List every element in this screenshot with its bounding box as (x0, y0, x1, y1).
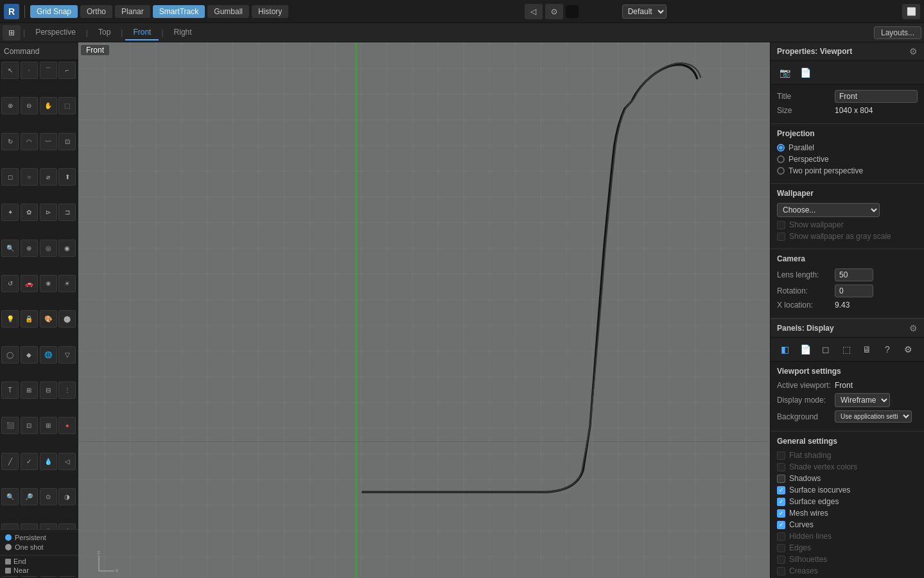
flat-shading-checkbox[interactable] (777, 451, 785, 460)
hidden-lines-checkbox[interactable] (777, 532, 785, 541)
creases-checkbox[interactable] (777, 567, 785, 575)
shadows-checkbox[interactable] (777, 475, 785, 483)
app-icon[interactable]: R (4, 4, 19, 19)
tool-box[interactable]: ◻ (1, 168, 19, 186)
panel1-gear-icon[interactable]: ⚙ (909, 46, 918, 57)
gumball-button[interactable]: Gumball (207, 5, 249, 18)
viewport-grid-icon[interactable]: ⊞ (3, 25, 21, 40)
tool-grid3[interactable]: ⊞ (40, 417, 57, 434)
maximize-icon[interactable]: ⬜ (902, 4, 920, 19)
viewport-name-select[interactable]: Default (622, 4, 667, 19)
tool-diamond[interactable]: ◆ (21, 346, 38, 363)
tool-tag[interactable]: ⊳ (40, 204, 57, 221)
tool-grid2[interactable]: ⊞ (21, 381, 38, 399)
surface-isocurves-checkbox[interactable] (777, 486, 785, 495)
display-square-icon[interactable]: ⬚ (837, 342, 855, 357)
tool-label[interactable]: ⊐ (58, 204, 76, 221)
tool-lens2[interactable]: ⊙ (40, 488, 57, 505)
tool-mesh2[interactable]: ⊡ (21, 417, 38, 434)
wallpaper-dropdown[interactable]: Choose... (777, 203, 880, 217)
color-swatch[interactable] (566, 5, 579, 18)
tool-frame[interactable]: ⬚ (58, 97, 76, 114)
tool-eraser[interactable]: ◁ (58, 453, 76, 470)
tool-pan[interactable]: ✋ (40, 97, 57, 114)
display-settings-icon[interactable]: ⚙ (899, 342, 917, 357)
show-wallpaper-checkbox[interactable] (777, 221, 785, 229)
mesh-wires-checkbox[interactable] (777, 509, 785, 518)
tool-cylinder[interactable]: ⌀ (40, 168, 57, 186)
tool-rotate[interactable]: ↺ (1, 275, 19, 292)
tool-sphere[interactable]: ○ (21, 168, 38, 186)
tool-arc[interactable]: ◠ (21, 133, 38, 150)
grid-snap-button[interactable]: Grid Snap (30, 5, 78, 18)
tool-curve[interactable]: ⌒ (40, 62, 57, 79)
two-point-radio[interactable] (777, 167, 785, 175)
camera-icon[interactable]: 📷 (776, 65, 794, 80)
tool-lens[interactable]: 🔍 (1, 240, 19, 257)
title-input[interactable] (835, 90, 918, 103)
tool-circle-color[interactable]: ⬤ (58, 310, 76, 328)
tool-dots[interactable]: ⋮ (58, 381, 76, 399)
tool-line[interactable]: ╱ (1, 453, 19, 470)
tool-light2[interactable]: ☀ (58, 275, 76, 292)
background-select[interactable]: Use application settings (835, 410, 912, 423)
tool-bulb[interactable]: 💡 (1, 310, 19, 328)
tool-search2[interactable]: 🔎 (21, 488, 38, 505)
tool-crosshair[interactable]: ⊕ (21, 240, 38, 257)
tool-car[interactable]: 🚗 (21, 275, 38, 292)
ortho-button[interactable]: Ortho (80, 5, 112, 18)
tool-polyline[interactable]: ⌐ (58, 62, 76, 79)
tab-top[interactable]: Top (91, 25, 118, 40)
display-screen-icon[interactable]: 🖥 (858, 342, 876, 357)
tool-flower2[interactable]: ❀ (40, 275, 57, 292)
edges-checkbox[interactable] (777, 544, 785, 552)
tool-surface[interactable]: ⬛ (1, 417, 19, 434)
tab-front[interactable]: Front (125, 25, 159, 40)
display-layers-icon[interactable]: ◧ (776, 342, 794, 357)
tool-lock[interactable]: 🔒 (21, 310, 38, 328)
tool-globe[interactable]: 🌐 (40, 346, 57, 363)
shade-vertex-checkbox[interactable] (777, 463, 785, 471)
display-help-icon[interactable]: ? (878, 342, 896, 357)
rotation-input[interactable] (835, 285, 873, 297)
tool-array[interactable]: ⊟ (40, 381, 57, 399)
tool-ray[interactable]: ◉ (58, 240, 76, 257)
tool-zoom-in[interactable]: ⊕ (1, 97, 19, 114)
back-icon[interactable]: ◁ (525, 4, 543, 19)
silhouettes-checkbox[interactable] (777, 556, 785, 564)
tool-check[interactable]: ✓ (21, 453, 38, 470)
display-mode-select[interactable]: Wireframe (835, 393, 890, 407)
planar-button[interactable]: Planar (115, 5, 150, 18)
perspective-radio[interactable] (777, 155, 785, 163)
viewport-area[interactable]: Front X Z (78, 42, 770, 578)
tool-ring[interactable]: ◯ (1, 346, 19, 363)
tool-orbit[interactable]: ↻ (1, 133, 19, 150)
tool-eye[interactable]: ◑ (58, 488, 76, 505)
tool-text[interactable]: T (1, 381, 19, 399)
tool-freeform[interactable]: 〰 (40, 133, 57, 150)
layouts-button[interactable]: Layouts... (874, 26, 921, 39)
tool-star[interactable]: ✦ (1, 204, 19, 221)
history-button[interactable]: History (252, 5, 288, 18)
tool-edit-pts[interactable]: ⊡ (58, 133, 76, 150)
tool-search[interactable]: 🔍 (1, 488, 19, 505)
surface-edges-checkbox[interactable] (777, 498, 785, 506)
tool-extrude[interactable]: ⬆ (58, 168, 76, 186)
tool-select[interactable]: ↖ (1, 62, 19, 79)
tab-perspective[interactable]: Perspective (28, 25, 83, 40)
tool-zoom-out[interactable]: ⊖ (21, 97, 38, 114)
display-doc-icon[interactable]: 📄 (796, 342, 814, 357)
page-icon[interactable]: 📄 (796, 65, 814, 80)
tool-red-dot[interactable]: ● (58, 417, 76, 434)
tool-triangle[interactable]: ▽ (58, 346, 76, 363)
display-cube-icon[interactable]: ◻ (817, 342, 835, 357)
tool-target[interactable]: ◎ (40, 240, 57, 257)
lens-length-input[interactable] (835, 268, 873, 281)
show-wallpaper-gray-checkbox[interactable] (777, 232, 785, 241)
smarttrack-button[interactable]: SmartTrack (153, 5, 205, 18)
parallel-radio[interactable] (777, 144, 785, 152)
curves-checkbox[interactable] (777, 521, 785, 529)
panel2-gear-icon[interactable]: ⚙ (909, 323, 918, 333)
tool-drop[interactable]: 💧 (40, 453, 57, 470)
record-icon[interactable]: ⊙ (545, 4, 563, 19)
